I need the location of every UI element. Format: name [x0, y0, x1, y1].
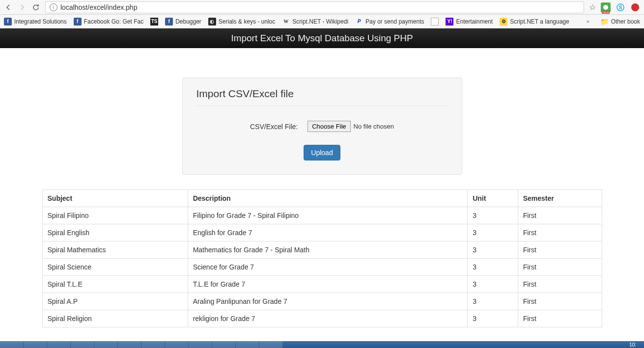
file-form-row: CSV/Excel File: Choose File No file chos…: [196, 121, 448, 132]
bookmark-star-icon[interactable]: ☆: [589, 2, 596, 12]
column-header: Subject: [42, 190, 188, 207]
page-title: Import Excel To Mysql Database Using PHP: [231, 33, 413, 43]
file-input[interactable]: Choose File No file chosen: [308, 121, 394, 132]
table-cell: First: [518, 224, 602, 241]
panel-title: Import CSV/Excel file: [196, 88, 448, 106]
table-cell: Spiral Religion: [42, 310, 188, 327]
data-table: Subject Description Unit Semester Spiral…: [42, 189, 602, 327]
column-header: Semester: [518, 190, 602, 207]
table-cell: Spiral A.P: [42, 293, 188, 310]
extension-icon[interactable]: [601, 2, 611, 12]
bookmark-item[interactable]: ◐Serials & keys - unloc: [208, 18, 275, 26]
table-row: Spiral ScienceScience for Grade 73First: [42, 259, 602, 276]
table-cell: 3: [468, 310, 518, 327]
document-icon: [431, 18, 439, 26]
table-cell: First: [518, 310, 602, 327]
table-header-row: Subject Description Unit Semester: [42, 190, 602, 207]
reload-button[interactable]: [31, 3, 40, 12]
table-row: Spiral Religionrekligion for Grade 73Fir…: [42, 310, 602, 327]
table-row: Spiral EnglishEnglish for Grade 73First: [42, 224, 602, 241]
facebook-icon: f: [74, 18, 82, 26]
table-cell: rekligion for Grade 7: [188, 310, 468, 327]
browser-toolbar: i localhost/excel/index.php ☆ S: [0, 0, 644, 15]
bookmark-item[interactable]: fIntegrated Solutions: [4, 18, 67, 26]
svg-text:S: S: [619, 5, 622, 10]
wikipedia-icon: W: [282, 18, 290, 26]
upload-button[interactable]: Upload: [304, 145, 340, 161]
bookmark-item[interactable]: WScript.NET - Wikipedi: [282, 18, 348, 26]
file-label: CSV/Excel File:: [250, 123, 298, 131]
table-cell: Araling Panlipunan for Grade 7: [188, 293, 468, 310]
column-header: Unit: [468, 190, 518, 207]
table-cell: Spiral Science: [42, 259, 188, 276]
choose-file-button[interactable]: Choose File: [308, 121, 350, 132]
table-cell: 3: [468, 293, 518, 310]
table-cell: Mathematics for Grade 7 - Spiral Math: [188, 241, 468, 259]
yahoo-icon: Y!: [446, 18, 453, 26]
bookmarks-bar: fIntegrated Solutions fFacebook Go: Get …: [0, 15, 644, 28]
table-cell: First: [518, 293, 602, 310]
table-cell: First: [518, 241, 602, 259]
facebook-icon: f: [165, 18, 173, 26]
page-navbar: Import Excel To Mysql Database Using PHP: [0, 28, 644, 48]
table-cell: Spiral Filipino: [42, 207, 188, 224]
address-bar[interactable]: i localhost/excel/index.php: [45, 1, 584, 13]
bookmark-item[interactable]: PPay or send payments: [355, 18, 424, 26]
svg-point-0: [603, 5, 608, 10]
url-text: localhost/excel/index.php: [60, 3, 137, 11]
table-row: Spiral FilipinoFilipino for Grade 7 - Sp…: [42, 207, 602, 224]
other-bookmarks[interactable]: 📁Other book: [600, 18, 640, 26]
import-panel: Import CSV/Excel file CSV/Excel File: Ch…: [182, 78, 462, 175]
extension-icon[interactable]: [630, 2, 640, 12]
site-icon: ◐: [208, 18, 216, 26]
column-header: Description: [188, 190, 468, 207]
bookmarks-overflow-icon[interactable]: »: [587, 19, 589, 24]
table-cell: 3: [468, 276, 518, 293]
bookmark-item[interactable]: [431, 18, 439, 26]
bookmark-item[interactable]: fFacebook Go: Get Fac: [74, 18, 143, 26]
table-cell: Spiral English: [42, 224, 188, 241]
forward-button[interactable]: [18, 3, 27, 12]
table-cell: 3: [468, 241, 518, 259]
table-cell: 3: [468, 207, 518, 224]
folder-icon: 📁: [600, 18, 609, 26]
bookmark-item[interactable]: Y!Entertainment: [446, 18, 493, 26]
table-row: Spiral A.PAraling Panlipunan for Grade 7…: [42, 293, 602, 310]
facebook-icon: f: [4, 18, 12, 26]
table-cell: Spiral T.L.E: [42, 276, 188, 293]
table-cell: 3: [468, 259, 518, 276]
main-container: Import CSV/Excel file CSV/Excel File: Ch…: [35, 78, 610, 327]
skype-icon[interactable]: S: [616, 2, 625, 12]
table-cell: 3: [468, 224, 518, 241]
file-status: No file chosen: [354, 123, 394, 130]
site-info-icon[interactable]: i: [50, 3, 57, 11]
site-icon: TS: [150, 18, 158, 26]
table-cell: First: [518, 276, 602, 293]
table-cell: T.L.E for Grade 7: [188, 276, 468, 293]
table-row: Spiral T.L.ET.L.E for Grade 73First: [42, 276, 602, 293]
table-cell: First: [518, 207, 602, 224]
table-row: Spiral MathematicsMathematics for Grade …: [42, 241, 602, 259]
site-icon: ⚙: [500, 18, 507, 26]
table-cell: First: [518, 259, 602, 276]
bookmark-item[interactable]: fDebugger: [165, 18, 201, 26]
table-cell: Science for Grade 7: [188, 259, 468, 276]
paypal-icon: P: [355, 18, 363, 26]
table-cell: Filipino for Grade 7 - Spiral Filipino: [188, 207, 468, 224]
bookmark-item[interactable]: ⚙Script.NET a language: [500, 18, 569, 26]
bookmark-item[interactable]: TS: [150, 18, 158, 26]
table-cell: Spiral Mathematics: [42, 241, 188, 259]
back-button[interactable]: [4, 3, 13, 12]
table-cell: English for Grade 7: [188, 224, 468, 241]
